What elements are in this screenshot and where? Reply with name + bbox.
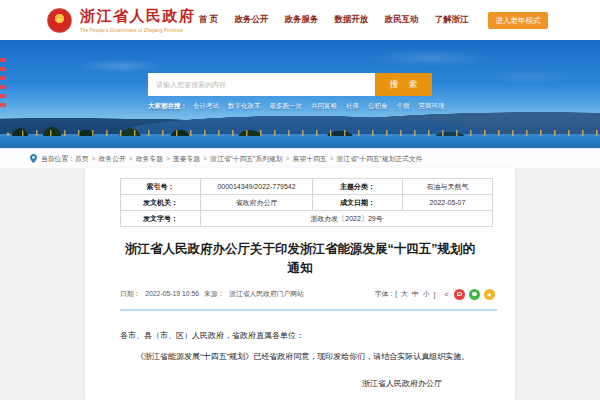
body-paragraph: 《浙江省能源发展“十四五”规划》已经省政府同意，现印发给你们，请结合实际认真组织… xyxy=(120,351,490,364)
hot-term-run-once[interactable]: 最多跑一次 xyxy=(270,102,303,111)
elder-mode-button[interactable]: 进入老年模式 xyxy=(488,12,548,29)
breadcrumb-outlook-14th[interactable]: 展望十四五 xyxy=(283,154,327,164)
banner-light-streaks xyxy=(0,58,6,108)
breadcrumb: 当前位置： 首页 政务公开 政务专题 重要专题 浙江省“十四五”系列规划 展望十… xyxy=(0,148,600,168)
document-title: 浙江省人民政府办公厅关于印发浙江省能源发展“十四五”规划的通知 xyxy=(125,240,475,278)
wechat-share-icon[interactable] xyxy=(469,289,480,300)
breadcrumb-14th-plan-series[interactable]: 浙江省“十四五”系列规划 xyxy=(200,154,282,164)
national-emblem-icon: ★ xyxy=(47,8,72,33)
index-number-value: 000014349/2022-779542 xyxy=(201,179,313,195)
hot-search-label: 大家都在搜： xyxy=(148,102,187,111)
weibo-share-icon[interactable] xyxy=(454,289,465,300)
font-size-large-button[interactable]: 大 xyxy=(401,289,408,299)
location-pin-icon xyxy=(30,154,37,163)
nav-item-open-data[interactable]: 数据开放 xyxy=(334,14,368,26)
breadcrumb-gov-affairs[interactable]: 政务公开 xyxy=(89,154,126,164)
site-title-block: 浙江省人民政府 The People's Government of Zheji… xyxy=(80,7,196,33)
page: ★ 浙江省人民政府 The People's Government of Zhe… xyxy=(0,0,600,400)
nav-item-gov-services[interactable]: 政务服务 xyxy=(284,14,318,26)
site-name: 浙江省人民政府 xyxy=(80,7,196,26)
breadcrumb-home[interactable]: 首页 xyxy=(75,154,89,164)
publish-date-value: 2022-05-19 10:56 xyxy=(145,290,199,297)
breadcrumb-label: 当前位置： xyxy=(41,154,75,164)
hero-banner: 搜 索 大家都在搜： 会计考试 数字化改革 最多跑一次 共同富裕 社保 公积金 … xyxy=(0,40,600,148)
site-logo[interactable]: ★ 浙江省人民政府 The People's Government of Zhe… xyxy=(47,7,196,33)
nav-item-home[interactable]: 首 页 xyxy=(199,14,218,26)
topic-category-value: 石油与天然气 xyxy=(403,179,493,195)
site-name-english: The People's Government of Zhejiang Prov… xyxy=(80,28,196,33)
hot-term-business-environment[interactable]: 营商环境 xyxy=(419,102,445,111)
banner-water xyxy=(0,136,600,148)
breadcrumb-gov-topics[interactable]: 政务专题 xyxy=(126,154,163,164)
publish-date-label: 日期： xyxy=(120,290,140,297)
reference-number-value: 浙政办发〔2022〕29号 xyxy=(201,211,493,227)
font-and-share-tools: 字体：[ 大 中 小 ] < ★ xyxy=(375,289,495,300)
hot-term-housing-fund[interactable]: 公积金 xyxy=(368,102,388,111)
hot-search-row: 大家都在搜： 会计考试 数字化改革 最多跑一次 共同富裕 社保 公积金 个税 营… xyxy=(148,102,454,111)
hot-term-common-prosperity[interactable]: 共同富裕 xyxy=(311,102,337,111)
hot-term-personal-tax[interactable]: 个税 xyxy=(397,102,410,111)
index-number-label: 索引号： xyxy=(121,179,201,195)
breadcrumb-important-topics[interactable]: 重要专题 xyxy=(163,154,200,164)
signature: 浙江省人民政府办公厅 xyxy=(85,378,515,389)
share-icon[interactable]: < xyxy=(444,290,449,299)
doc-info-table: 索引号： 000014349/2022-779542 主题分类： 石油与天然气 … xyxy=(120,178,493,227)
site-header: ★ 浙江省人民政府 The People's Government of Zhe… xyxy=(0,0,600,40)
topic-category-label: 主题分类： xyxy=(313,179,403,195)
search-input[interactable] xyxy=(148,73,375,96)
table-row: 发文字号： 浙政办发〔2022〕29号 xyxy=(121,211,493,227)
hot-term-digital-reform[interactable]: 数字化改革 xyxy=(228,102,261,111)
table-row: 索引号： 000014349/2022-779542 主题分类： 石油与天然气 xyxy=(121,179,493,195)
hot-term-accounting-exam[interactable]: 会计考试 xyxy=(193,102,219,111)
table-row: 发文机关： 省政府办公厅 成文日期： 2022-05-07 xyxy=(121,195,493,211)
nav-item-gov-affairs[interactable]: 政务公开 xyxy=(234,14,268,26)
blue-divider xyxy=(120,309,497,311)
source-label: 来源： xyxy=(204,290,224,297)
reference-number-label: 发文字号： xyxy=(121,211,201,227)
issue-date-value: 2022-05-07 xyxy=(403,195,493,211)
main-nav: 首 页 政务公开 政务服务 数据开放 政民互动 了解浙江 xyxy=(199,0,468,40)
hot-term-social-security[interactable]: 社保 xyxy=(346,102,359,111)
nav-item-interaction[interactable]: 政民互动 xyxy=(384,14,418,26)
document-card: 索引号： 000014349/2022-779542 主题分类： 石油与天然气 … xyxy=(85,168,515,400)
issue-date-label: 成文日期： xyxy=(313,195,403,211)
nav-item-about-zhejiang[interactable]: 了解浙江 xyxy=(434,14,468,26)
publish-info: 日期： 2022-05-19 10:56 来源： 浙江省人民政府门户网站 xyxy=(120,289,307,299)
font-size-prefix: 字体：[ xyxy=(375,289,397,299)
source-value: 浙江省人民政府门户网站 xyxy=(229,290,304,297)
font-size-suffix: ] xyxy=(433,291,435,298)
search-bar: 搜 索 xyxy=(148,73,432,96)
issuing-agency-value: 省政府办公厅 xyxy=(201,195,313,211)
breadcrumb-official-plans[interactable]: 浙江省“十四五”规划正式文件 xyxy=(327,154,423,164)
font-size-small-button[interactable]: 小 xyxy=(423,289,430,299)
qzone-share-icon[interactable]: ★ xyxy=(484,289,495,300)
issuing-agency-label: 发文机关： xyxy=(121,195,201,211)
salutation: 各市、县（市、区）人民政府，省政府直属各单位： xyxy=(120,330,495,341)
font-size-medium-button[interactable]: 中 xyxy=(412,289,419,299)
search-button[interactable]: 搜 索 xyxy=(375,73,432,96)
article-meta: 日期： 2022-05-19 10:56 来源： 浙江省人民政府门户网站 字体：… xyxy=(120,289,495,300)
